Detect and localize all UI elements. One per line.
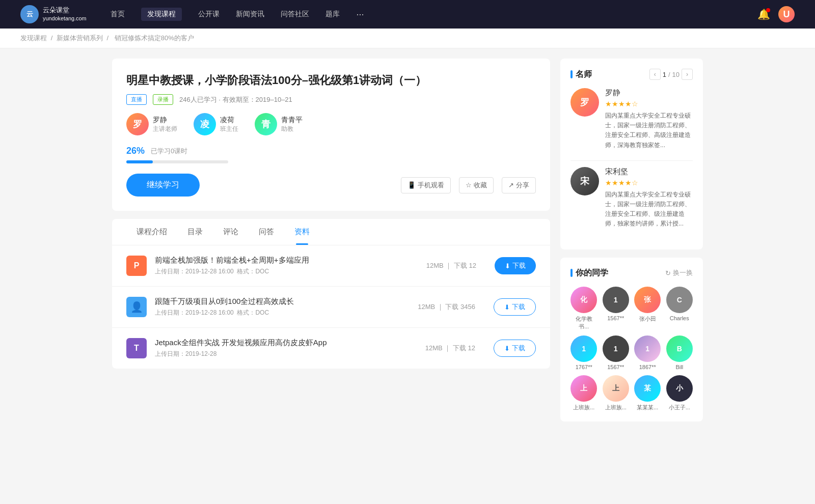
resource-icon-2: T	[126, 338, 147, 358]
classmate-9[interactable]: 上 上班族...	[603, 375, 630, 411]
teacher-prev-btn[interactable]: ‹	[649, 69, 661, 80]
share-btn[interactable]: ↗ 分享	[502, 177, 536, 193]
tabs-section: 课程介绍 目录 评论 问答 资料 P 前端全栈加强版！前端全栈+全周期+多端应用…	[112, 219, 550, 369]
classmate-avatar-7: B	[666, 335, 693, 362]
user-avatar-nav[interactable]: U	[778, 6, 795, 22]
refresh-label: 换一换	[673, 268, 693, 277]
classmate-avatar-11: 小	[666, 375, 693, 402]
resource-stats-1: 12MB ｜ 下载 3456	[418, 302, 475, 312]
teacher-avatar-1: 凌	[194, 113, 216, 135]
classmate-4[interactable]: 1 1767**	[570, 335, 597, 370]
tabs-header: 课程介绍 目录 评论 问答 资料	[112, 219, 550, 245]
left-panel: 明星中教授课，小学阶段语法100分–强化级第1讲动词（一） 直播 录播 246人…	[112, 59, 550, 430]
classmate-2[interactable]: 张 张小田	[634, 287, 661, 330]
download-btn-2[interactable]: ⬇ 下载	[494, 340, 536, 357]
classmate-10[interactable]: 某 某某某...	[634, 375, 661, 411]
progress-bar-bg	[126, 160, 228, 163]
tab-resource[interactable]: 资料	[284, 219, 320, 245]
resource-info-0: 前端全栈加强版！前端全栈+全周期+多端应用 上传日期：2019-12-28 16…	[155, 256, 408, 276]
resource-sub-1: 上传日期：2019-12-28 16:00 格式：DOC	[155, 309, 399, 317]
download-btn-1[interactable]: ⬇ 下载	[494, 298, 536, 316]
main-container: 明星中教授课，小学阶段语法100分–强化级第1讲动词（一） 直播 录播 246人…	[102, 59, 713, 430]
tab-review[interactable]: 评论	[213, 219, 249, 245]
classmate-8[interactable]: 上 上班族...	[570, 375, 597, 411]
nav-discover[interactable]: 发现课程	[141, 8, 182, 21]
classmate-name-4: 1767**	[576, 364, 592, 370]
classmate-name-7: Bill	[675, 364, 683, 370]
nav-bank[interactable]: 题库	[325, 8, 340, 21]
classmate-6[interactable]: 1 1867**	[634, 335, 661, 370]
mobile-view-btn[interactable]: 📱 手机观看	[401, 177, 451, 193]
resource-title-1: 跟随千万级项目从0到100全过程高效成长	[155, 297, 399, 306]
side-teacher-desc-1: 国内某重点大学安全工程专业硕士，国家一级注册消防工程师、注册安全工程师、级注册建…	[605, 190, 693, 229]
mobile-label: 手机观看	[418, 181, 444, 190]
resource-item-2: T Jetpack全组件实战 开发短视频应用高仿皮皮虾App 上传日期：2019…	[112, 328, 550, 369]
side-teacher-info-0: 罗静 ★★★★☆ 国内某重点大学安全工程专业硕士，国家一级注册消防工程师、注册安…	[605, 88, 693, 150]
nav-news[interactable]: 新闻资讯	[236, 8, 264, 21]
classmate-name-1: 1567**	[607, 315, 624, 321]
nav-qa[interactable]: 问答社区	[281, 8, 309, 21]
side-teacher-desc-0: 国内某重点大学安全工程专业硕士，国家一级注册消防工程师、注册安全工程师、高级注册…	[605, 111, 693, 150]
breadcrumb-series[interactable]: 新媒体营销系列	[57, 34, 103, 42]
download-icon-0: ⬇	[505, 262, 510, 270]
right-panel: 名师 ‹ 1/10 › 罗 罗静 ★★★★☆ 国内某重点大学安全工程专业硕士，国…	[560, 59, 703, 430]
nav-home[interactable]: 首页	[111, 8, 125, 21]
teacher-next-btn[interactable]: ›	[682, 69, 693, 80]
resource-icon-0: P	[126, 256, 147, 276]
progress-percent: 26%	[126, 146, 145, 156]
progress-label: 已学习0课时	[151, 147, 187, 156]
classmate-name-10: 某某某...	[637, 404, 658, 411]
navbar: 云 云朵课堂yundoketang.com 首页 发现课程 公开课 新闻资讯 问…	[0, 0, 815, 29]
resource-info-2: Jetpack全组件实战 开发短视频应用高仿皮皮虾App 上传日期：2019-1…	[155, 338, 407, 358]
download-icon-2: ⬇	[504, 345, 510, 352]
teacher-avatar-0: 罗	[126, 113, 149, 135]
nav-more[interactable]: ···	[356, 9, 364, 20]
classmate-avatar-9: 上	[603, 375, 629, 402]
course-title: 明星中教授课，小学阶段语法100分–强化级第1讲动词（一）	[126, 73, 536, 88]
breadcrumb-discover[interactable]: 发现课程	[20, 34, 47, 42]
tab-qa[interactable]: 问答	[249, 219, 284, 245]
breadcrumb-sep2: /	[106, 34, 110, 42]
collect-label: 收藏	[474, 181, 487, 190]
teacher-name-1: 凌荷	[220, 116, 238, 125]
continue-button[interactable]: 继续学习	[126, 174, 200, 197]
share-label: 分享	[516, 181, 529, 190]
mobile-icon: 📱	[408, 181, 416, 189]
notification-bell[interactable]: 🔔	[757, 8, 770, 20]
classmate-5[interactable]: 1 1567**	[603, 335, 630, 370]
nav-public[interactable]: 公开课	[198, 8, 220, 21]
classmate-avatar-5: 1	[603, 335, 629, 362]
classmates-grid: 化 化学教书... 1 1567** 张 张小田	[570, 287, 693, 411]
logo[interactable]: 云 云朵课堂yundoketang.com	[20, 5, 86, 23]
classmate-11[interactable]: 小 小王子...	[666, 375, 693, 411]
classmate-avatar-6: 1	[634, 335, 661, 362]
resource-title-0: 前端全栈加强版！前端全栈+全周期+多端应用	[155, 256, 408, 265]
classmate-0[interactable]: 化 化学教书...	[570, 287, 597, 330]
classmate-avatar-10: 某	[634, 375, 661, 402]
classmates-refresh[interactable]: ↻ 换一换	[665, 268, 693, 277]
side-teacher-stars-1: ★★★★☆	[605, 179, 693, 187]
tab-intro[interactable]: 课程介绍	[126, 219, 177, 245]
resource-sub-2: 上传日期：2019-12-28	[155, 350, 407, 358]
side-teacher-info-1: 宋利坚 ★★★★☆ 国内某重点大学安全工程专业硕士，国家一级注册消防工程师、注册…	[605, 167, 693, 229]
classmate-1[interactable]: 1 1567**	[603, 287, 630, 330]
tab-catalog[interactable]: 目录	[177, 219, 213, 245]
teacher-role-2: 助教	[281, 125, 303, 133]
resource-sub-0: 上传日期：2019-12-28 16:00 格式：DOC	[155, 267, 408, 276]
download-btn-0[interactable]: ⬇ 下载	[495, 257, 536, 274]
collect-btn[interactable]: ☆ 收藏	[459, 177, 494, 193]
course-card: 明星中教授课，小学阶段语法100分–强化级第1讲动词（一） 直播 录播 246人…	[112, 59, 550, 211]
side-teacher-name-1: 宋利坚	[605, 167, 693, 177]
side-teacher-stars-0: ★★★★☆	[605, 100, 693, 108]
classmate-name-5: 1567**	[607, 364, 624, 370]
resource-item-1: 👤 跟随千万级项目从0到100全过程高效成长 上传日期：2019-12-28 1…	[112, 287, 550, 328]
progress-header: 26% 已学习0课时	[126, 146, 536, 156]
resource-title-2: Jetpack全组件实战 开发短视频应用高仿皮皮虾App	[155, 338, 407, 348]
course-meta-text: 246人已学习 · 有效期至：2019–10–21	[179, 95, 292, 104]
breadcrumb: 发现课程 / 新媒体营销系列 / 销冠修炼术搞定80%的客户	[0, 29, 815, 48]
classmate-name-2: 张小田	[639, 315, 656, 323]
side-teacher-avatar-1: 宋	[570, 167, 599, 195]
classmate-avatar-0: 化	[570, 287, 597, 313]
classmate-3[interactable]: C Charles	[666, 287, 693, 330]
classmate-7[interactable]: B Bill	[666, 335, 693, 370]
